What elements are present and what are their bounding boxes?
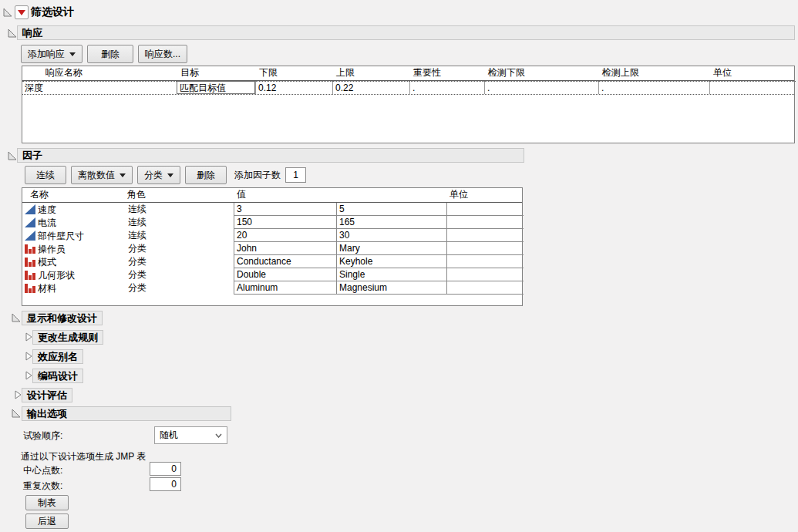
col-header-detect-lower: 检测下限 [484, 66, 598, 80]
response-detect-lower-cell[interactable]: . [484, 81, 598, 94]
factor-value2-cell[interactable]: 165 [336, 216, 446, 229]
factor-role-cell[interactable]: 分类 [124, 242, 234, 255]
run-order-value: 随机 [160, 429, 178, 442]
factor-value2-cell[interactable]: Keyhole [336, 255, 446, 268]
response-lower-cell[interactable]: 0.12 [255, 81, 332, 94]
factors-table-header: 名称 角色 值 单位 [22, 188, 522, 203]
factor-value1-cell[interactable]: Double [234, 268, 336, 281]
factor-units-cell[interactable] [446, 216, 524, 229]
delete-response-button[interactable]: 删除 [87, 45, 133, 63]
add-factors-count-input[interactable]: 1 [285, 167, 306, 183]
red-triangle-icon [18, 10, 25, 15]
chevron-down-icon [215, 433, 222, 438]
response-name-cell[interactable]: 深度 [22, 81, 177, 94]
response-detect-upper-cell[interactable]: . [598, 81, 709, 94]
run-order-select[interactable]: 随机 [154, 426, 227, 444]
collapse-triangle-icon[interactable] [12, 313, 21, 322]
design-evaluation-header[interactable]: 设计评估 [22, 388, 72, 402]
response-units-cell[interactable] [709, 81, 796, 94]
factor-name: 模式 [38, 256, 56, 268]
add-factors-label: 添加因子数 [234, 169, 281, 182]
factor-units-cell[interactable] [446, 203, 524, 216]
factor-value1-cell[interactable]: 20 [234, 229, 336, 242]
factor-row: 模式 分类 Conductance Keyhole [22, 255, 522, 268]
response-importance-cell[interactable]: . [409, 81, 484, 94]
factor-role-cell[interactable]: 分类 [124, 255, 234, 268]
factor-row: 几何形状 分类 Double Single [22, 268, 522, 281]
discrete-numeric-button[interactable]: 离散数值 [71, 166, 133, 184]
center-points-label: 中心点数: [23, 464, 62, 477]
factor-name-cell[interactable]: 部件壁尺寸 [22, 229, 124, 242]
factor-row: 操作员 分类 John Mary [22, 242, 522, 255]
factor-units-cell[interactable] [446, 242, 524, 255]
factor-name-cell[interactable]: 速度 [22, 203, 124, 216]
replicates-label: 重复次数: [23, 480, 62, 493]
factor-value1-cell[interactable]: Aluminum [234, 281, 336, 295]
categorical-label: 分类 [144, 169, 163, 182]
make-table-note: 通过以下设计选项生成 JMP 表 [21, 450, 146, 463]
make-table-button[interactable]: 制表 [25, 495, 69, 510]
factor-name-cell[interactable]: 模式 [22, 255, 124, 268]
col-header-units: 单位 [709, 66, 796, 80]
title-row: 筛选设计 [3, 5, 74, 19]
factor-name-cell[interactable]: 操作员 [22, 242, 124, 255]
responses-toolbar: 添加响应 删除 响应数... [21, 45, 192, 63]
response-upper-cell[interactable]: 0.22 [332, 81, 409, 94]
factor-units-cell[interactable] [446, 229, 524, 242]
factor-name: 电流 [38, 217, 56, 229]
collapse-triangle-icon[interactable] [8, 29, 17, 38]
factor-value2-cell[interactable]: 30 [336, 229, 446, 242]
categorical-icon [25, 244, 35, 254]
factor-value2-cell[interactable]: Mary [336, 242, 446, 255]
factor-name-cell[interactable]: 材料 [22, 281, 124, 295]
replicates-input[interactable]: 0 [150, 477, 181, 491]
factor-units-cell[interactable] [446, 281, 524, 295]
collapse-triangle-icon[interactable] [8, 151, 17, 160]
factor-value2-cell[interactable]: Single [336, 268, 446, 281]
factor-role-cell[interactable]: 分类 [124, 268, 234, 281]
factors-toolbar: 连续 离散数值 分类 删除 添加因子数 1 [25, 166, 306, 184]
factor-units-cell[interactable] [446, 255, 524, 268]
factor-row: 材料 分类 Aluminum Magnesium [22, 281, 522, 295]
delete-factor-button[interactable]: 删除 [185, 166, 227, 184]
factor-value2-cell[interactable]: Magnesium [336, 281, 446, 295]
factor-name-cell[interactable]: 几何形状 [22, 268, 124, 281]
factor-role-cell[interactable]: 分类 [124, 281, 234, 295]
dropdown-caret-icon [69, 52, 76, 56]
output-options-header[interactable]: 输出选项 [22, 406, 231, 421]
responses-section-header[interactable]: 响应 [17, 25, 795, 40]
factor-name: 几何形状 [38, 269, 75, 281]
red-triangle-menu-button[interactable] [15, 5, 29, 19]
factor-value1-cell[interactable]: Conductance [234, 255, 336, 268]
collapse-triangle-icon[interactable] [3, 8, 12, 17]
factors-section-header[interactable]: 因子 [17, 148, 524, 163]
coded-design-header[interactable]: 编码设计 [32, 369, 83, 383]
factor-units-cell[interactable] [446, 268, 524, 281]
add-response-button[interactable]: 添加响应 [21, 45, 82, 63]
col-header-lower-limit: 下限 [255, 66, 332, 80]
dropdown-caret-icon [120, 173, 126, 177]
continuous-button[interactable]: 连续 [25, 166, 66, 184]
display-modify-design-header[interactable]: 显示和修改设计 [22, 311, 103, 325]
response-goal-cell[interactable]: 匹配目标值 [177, 81, 255, 94]
factor-value1-cell[interactable]: 3 [234, 203, 336, 216]
factor-value2-cell[interactable]: 5 [336, 203, 446, 216]
factor-value1-cell[interactable]: 150 [234, 216, 336, 229]
factor-value1-cell[interactable]: John [234, 242, 336, 255]
factor-name: 部件壁尺寸 [38, 230, 84, 242]
col-header-values-2 [336, 188, 446, 202]
col-header-values: 值 [234, 188, 336, 202]
number-of-responses-button[interactable]: 响应数... [138, 45, 187, 63]
back-button[interactable]: 后退 [25, 513, 69, 529]
change-generating-rules-header[interactable]: 更改生成规则 [32, 330, 103, 345]
center-points-input[interactable]: 0 [150, 462, 181, 476]
factor-role-cell[interactable]: 连续 [124, 216, 234, 229]
factor-name-cell[interactable]: 电流 [22, 216, 124, 229]
page-title: 筛选设计 [31, 5, 74, 19]
factor-role-cell[interactable]: 连续 [124, 229, 234, 242]
factor-role-cell[interactable]: 连续 [124, 203, 234, 216]
categorical-icon [25, 257, 35, 267]
collapse-triangle-icon[interactable] [12, 409, 21, 418]
aliasing-of-effects-header[interactable]: 效应别名 [32, 349, 83, 364]
categorical-button[interactable]: 分类 [137, 166, 180, 184]
